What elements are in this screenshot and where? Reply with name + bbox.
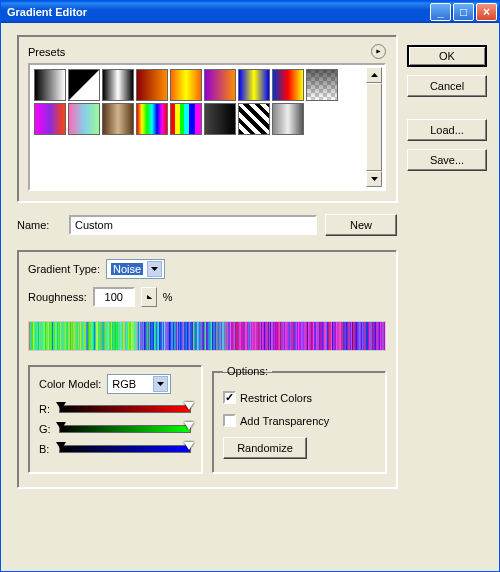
options-group: Options: Restrict Colors Add Transparenc… (212, 365, 386, 473)
preset-swatch[interactable] (68, 103, 100, 135)
channel-label: R: (39, 403, 53, 415)
preset-swatch[interactable] (170, 103, 202, 135)
roughness-label: Roughness: (28, 291, 87, 303)
channel-slider[interactable] (59, 442, 191, 456)
add-transparency-checkbox[interactable] (223, 414, 236, 427)
gradient-editor-window: Gradient Editor _ □ × Presets (0, 0, 500, 572)
slider-min-thumb[interactable] (56, 422, 66, 430)
preset-swatch[interactable] (68, 69, 100, 101)
presets-menu-button[interactable] (371, 44, 386, 59)
preset-swatch[interactable] (136, 69, 168, 101)
name-input[interactable] (69, 215, 317, 235)
minimize-button[interactable]: _ (430, 3, 451, 21)
scroll-down-button[interactable] (366, 171, 382, 187)
options-label: Options: (223, 365, 272, 377)
preset-swatch[interactable] (34, 103, 66, 135)
titlebar[interactable]: Gradient Editor _ □ × (1, 1, 499, 23)
new-button[interactable]: New (325, 214, 397, 236)
preset-swatch[interactable] (272, 103, 304, 135)
channel-slider[interactable] (59, 402, 191, 416)
scroll-thumb[interactable] (366, 83, 382, 171)
preset-swatch[interactable] (238, 69, 270, 101)
gradient-type-select[interactable]: Noise (106, 259, 165, 279)
slider-min-thumb[interactable] (56, 402, 66, 410)
slider-max-thumb[interactable] (184, 422, 194, 430)
restrict-colors-label: Restrict Colors (240, 392, 312, 404)
roughness-input[interactable] (93, 287, 135, 307)
channel-label: B: (39, 443, 53, 455)
channel-label: G: (39, 423, 53, 435)
preset-swatch[interactable] (136, 103, 168, 135)
preset-swatch[interactable] (34, 69, 66, 101)
randomize-button[interactable]: Randomize (223, 437, 307, 459)
preset-swatch[interactable] (238, 103, 270, 135)
preset-swatch[interactable] (102, 69, 134, 101)
presets-scrollbar[interactable] (366, 67, 382, 187)
chevron-down-icon (153, 376, 168, 392)
preset-swatch[interactable] (272, 69, 304, 101)
preset-swatch[interactable] (102, 103, 134, 135)
restrict-colors-checkbox[interactable] (223, 391, 236, 404)
channel-slider[interactable] (59, 422, 191, 436)
roughness-suffix: % (163, 291, 173, 303)
slider-max-thumb[interactable] (184, 402, 194, 410)
preset-swatch[interactable] (306, 69, 338, 101)
slider-max-thumb[interactable] (184, 442, 194, 450)
gradient-preview (28, 321, 386, 351)
preset-swatch[interactable] (170, 69, 202, 101)
presets-label: Presets (28, 46, 371, 58)
slider-min-thumb[interactable] (56, 442, 66, 450)
save-button[interactable]: Save... (407, 149, 487, 171)
roughness-stepper[interactable] (141, 287, 157, 307)
presets-box (28, 63, 386, 191)
scroll-up-button[interactable] (366, 67, 382, 83)
menu-arrow-icon (375, 48, 382, 55)
maximize-button[interactable]: □ (453, 3, 474, 21)
preset-swatch[interactable] (204, 69, 236, 101)
presets-group: Presets (17, 35, 397, 202)
add-transparency-label: Add Transparency (240, 415, 329, 427)
name-label: Name: (17, 219, 61, 231)
color-model-group: Color Model: RGB R:G:B: (28, 365, 202, 473)
chevron-down-icon (147, 261, 162, 277)
close-button[interactable]: × (476, 3, 497, 21)
cancel-button[interactable]: Cancel (407, 75, 487, 97)
gradient-type-label: Gradient Type: (28, 263, 100, 275)
window-title: Gradient Editor (7, 6, 430, 18)
color-model-label: Color Model: (39, 378, 101, 390)
ok-button[interactable]: OK (407, 45, 487, 67)
preset-swatch[interactable] (204, 103, 236, 135)
load-button[interactable]: Load... (407, 119, 487, 141)
color-model-select[interactable]: RGB (107, 374, 171, 394)
gradient-settings-group: Gradient Type: Noise Roughness: % (17, 250, 397, 488)
